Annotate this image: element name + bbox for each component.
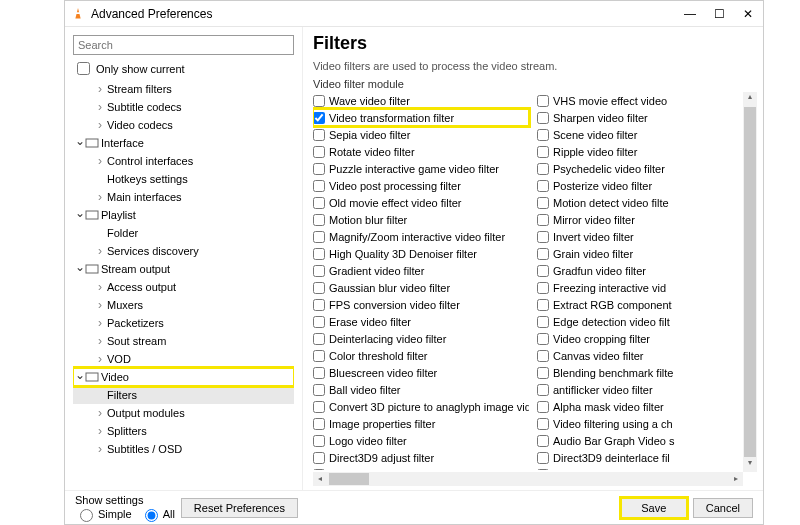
tree-item[interactable]: Folder: [73, 224, 294, 242]
filter-checkbox[interactable]: [313, 214, 325, 226]
scroll-right-arrow-icon[interactable]: ▸: [729, 472, 743, 486]
maximize-button[interactable]: ☐: [714, 7, 725, 21]
filter-checkbox-item[interactable]: Direct3D11 adjust filter: [313, 466, 529, 470]
tree-caret-icon[interactable]: [75, 136, 85, 150]
tree-item[interactable]: Stream filters: [73, 80, 294, 98]
close-button[interactable]: ✕: [743, 7, 753, 21]
filter-checkbox[interactable]: [313, 469, 325, 471]
tree-caret-icon[interactable]: [75, 208, 85, 222]
filter-checkbox[interactable]: [313, 367, 325, 379]
filter-checkbox-item[interactable]: Direct3D11 deinterlace f: [537, 466, 753, 470]
tree-item[interactable]: Video codecs: [73, 116, 294, 134]
tree-item[interactable]: Access output: [73, 278, 294, 296]
filter-checkbox-item[interactable]: Audio Bar Graph Video s: [537, 432, 753, 449]
filter-checkbox-item[interactable]: Edge detection video filt: [537, 313, 753, 330]
filter-checkbox[interactable]: [313, 282, 325, 294]
scroll-left-arrow-icon[interactable]: ◂: [313, 472, 327, 486]
hscroll-thumb[interactable]: [329, 473, 369, 485]
filter-checkbox[interactable]: [313, 163, 325, 175]
filter-checkbox-item[interactable]: Magnify/Zoom interactive video filter: [313, 228, 529, 245]
horizontal-scrollbar[interactable]: ◂ ▸: [313, 472, 743, 486]
filter-checkbox-item[interactable]: Alpha mask video filter: [537, 398, 753, 415]
tree-category[interactable]: Video: [73, 368, 294, 386]
filter-checkbox[interactable]: [537, 265, 549, 277]
filter-checkbox-item[interactable]: High Quality 3D Denoiser filter: [313, 245, 529, 262]
filter-checkbox-item[interactable]: Sharpen video filter: [537, 109, 753, 126]
tree-item[interactable]: Output modules: [73, 404, 294, 422]
filter-checkbox-item[interactable]: Logo video filter: [313, 432, 529, 449]
filter-checkbox-item[interactable]: Erase video filter: [313, 313, 529, 330]
filter-checkbox[interactable]: [537, 231, 549, 243]
filter-checkbox[interactable]: [537, 435, 549, 447]
filter-checkbox-item[interactable]: FPS conversion video filter: [313, 296, 529, 313]
tree-caret-icon[interactable]: [95, 100, 105, 114]
radio-all[interactable]: All: [140, 506, 175, 522]
tree-item[interactable]: Subtitles / OSD: [73, 440, 294, 458]
tree-caret-icon[interactable]: [95, 316, 105, 330]
filter-checkbox-item[interactable]: Rotate video filter: [313, 143, 529, 160]
tree-caret-icon[interactable]: [95, 82, 105, 96]
filter-checkbox[interactable]: [537, 95, 549, 107]
tree-category[interactable]: Interface: [73, 134, 294, 152]
filter-checkbox-item[interactable]: Blending benchmark filte: [537, 364, 753, 381]
tree-item[interactable]: Subtitle codecs: [73, 98, 294, 116]
search-input[interactable]: [73, 35, 294, 55]
tree-item[interactable]: Filters: [73, 386, 294, 404]
tree-caret-icon[interactable]: [95, 244, 105, 258]
filter-checkbox-item[interactable]: Old movie effect video filter: [313, 194, 529, 211]
tree-caret-icon[interactable]: [95, 442, 105, 456]
filter-checkbox[interactable]: [537, 316, 549, 328]
filter-checkbox-item[interactable]: Color threshold filter: [313, 347, 529, 364]
filter-checkbox[interactable]: [313, 95, 325, 107]
tree-caret-icon[interactable]: [75, 370, 85, 384]
filter-checkbox[interactable]: [537, 418, 549, 430]
filter-checkbox-item[interactable]: Video post processing filter: [313, 177, 529, 194]
filter-checkbox-item[interactable]: Wave video filter: [313, 92, 529, 109]
filter-checkbox-item[interactable]: Invert video filter: [537, 228, 753, 245]
filter-checkbox[interactable]: [313, 299, 325, 311]
filter-checkbox[interactable]: [313, 231, 325, 243]
tree-caret-icon[interactable]: [95, 118, 105, 132]
filter-checkbox-item[interactable]: Convert 3D picture to anaglyph image vid…: [313, 398, 529, 415]
tree-caret-icon[interactable]: [95, 280, 105, 294]
tree-item[interactable]: VOD: [73, 350, 294, 368]
tree-caret-icon[interactable]: [95, 334, 105, 348]
tree-item[interactable]: Control interfaces: [73, 152, 294, 170]
filter-checkbox[interactable]: [313, 435, 325, 447]
filter-checkbox-item[interactable]: antiflicker video filter: [537, 381, 753, 398]
tree-item[interactable]: Packetizers: [73, 314, 294, 332]
settings-tree[interactable]: Stream filtersSubtitle codecsVideo codec…: [73, 80, 294, 482]
filter-checkbox-item[interactable]: Motion blur filter: [313, 211, 529, 228]
filter-checkbox-item[interactable]: VHS movie effect video: [537, 92, 753, 109]
filter-checkbox[interactable]: [537, 214, 549, 226]
filter-checkbox[interactable]: [537, 333, 549, 345]
filter-checkbox-item[interactable]: Freezing interactive vid: [537, 279, 753, 296]
filter-checkbox[interactable]: [313, 384, 325, 396]
filter-checkbox[interactable]: [313, 146, 325, 158]
minimize-button[interactable]: —: [684, 7, 696, 21]
cancel-button[interactable]: Cancel: [693, 498, 753, 518]
filter-checkbox[interactable]: [537, 282, 549, 294]
only-show-current[interactable]: Only show current: [73, 59, 294, 78]
filter-checkbox[interactable]: [537, 197, 549, 209]
scroll-down-arrow-icon[interactable]: ▾: [743, 458, 757, 472]
filter-checkbox[interactable]: [537, 299, 549, 311]
reset-button[interactable]: Reset Preferences: [181, 498, 298, 518]
tree-category[interactable]: Stream output: [73, 260, 294, 278]
filter-checkbox-item[interactable]: Gradfun video filter: [537, 262, 753, 279]
filter-checkbox[interactable]: [313, 129, 325, 141]
filter-checkbox-item[interactable]: Grain video filter: [537, 245, 753, 262]
filter-checkbox[interactable]: [537, 384, 549, 396]
filter-checkbox-item[interactable]: Video transformation filter: [313, 109, 529, 126]
tree-caret-icon[interactable]: [95, 352, 105, 366]
tree-item[interactable]: Sout stream: [73, 332, 294, 350]
filter-checkbox-item[interactable]: Gradient video filter: [313, 262, 529, 279]
filter-checkbox-item[interactable]: Video filtering using a ch: [537, 415, 753, 432]
filter-checkbox[interactable]: [313, 180, 325, 192]
filter-checkbox-item[interactable]: Motion detect video filte: [537, 194, 753, 211]
filter-checkbox[interactable]: [537, 163, 549, 175]
filter-checkbox-item[interactable]: Posterize video filter: [537, 177, 753, 194]
scroll-up-arrow-icon[interactable]: ▴: [743, 92, 757, 106]
filter-checkbox[interactable]: [313, 418, 325, 430]
filter-checkbox[interactable]: [313, 265, 325, 277]
